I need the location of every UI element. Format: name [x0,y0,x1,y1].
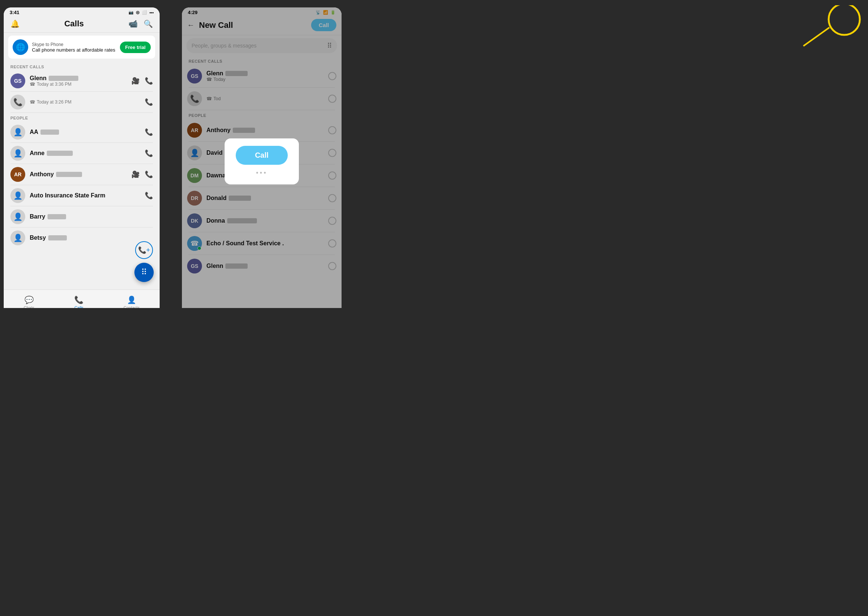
person-auto-insurance[interactable]: 👤 Auto Insurance State Farm 📞 [4,185,160,206]
page-title-left: Calls [64,19,84,28]
calls-header: 🔔 Calls 📹 🔍 [4,16,160,33]
recent-call-unknown[interactable]: 📞 ☎Today at 3:26 PM 📞 [4,92,160,112]
skype-promo-desc: Call phone numbers at affordable rates [32,47,116,53]
call-time-glenn: ☎Today at 3:36 PM [30,82,127,87]
recent-call-glenn[interactable]: GS Glenn ☎Today at 3:36 PM 🎥 📞 [4,71,160,91]
person-aa[interactable]: 👤 AA 📞 [4,122,160,143]
bell-icon[interactable]: 🔔 [10,19,20,28]
skype-globe-icon: 🌐 [13,39,28,55]
avatar-gs: GS [10,74,25,88]
dialpad-fab[interactable]: ⠿ [134,263,154,282]
nav-calls[interactable]: 📞 Calls [67,293,91,308]
nav-contacts[interactable]: 👤 Contacts [116,293,147,308]
phone-anthony[interactable]: 📞 [145,170,153,179]
search-icon[interactable]: 🔍 [144,19,153,28]
chats-label: Chats [24,305,35,308]
skype-promo-banner: 🌐 Skype to Phone Call phone numbers at a… [8,36,155,59]
person-anthony[interactable]: AR Anthony 🎥 📞 [4,164,160,185]
phone-call-icon-2[interactable]: 📞 [145,98,153,106]
person-barry[interactable]: 👤 Barry [4,206,160,227]
video-call-icon[interactable]: 🎥 [131,77,140,85]
auto-insurance-name: Auto Insurance State Farm [30,192,105,198]
blur-name [49,76,78,81]
right-phone: 4:29 📡 📶 🔋 ← New Call Call People, group… [182,8,341,308]
status-bar-left: 3:41 📷 ◎ ⬜ ••• [4,8,160,16]
phone-aa[interactable]: 📞 [145,128,153,136]
phone-auto-insurance[interactable]: 📞 [145,192,153,200]
status-icons-left: 📷 ◎ ⬜ ••• [129,10,154,15]
people-label: PEOPLE [4,113,160,122]
calls-label: Calls [74,305,83,308]
bottom-nav: 💬 Chats 📞 Calls 👤 Contacts [4,289,160,308]
skype-promo-title: Skype to Phone [32,42,116,47]
contacts-icon: 👤 [127,295,136,304]
new-call-fab[interactable]: 📞+ [135,241,153,259]
person-anne[interactable]: 👤 Anne 📞 [4,143,160,163]
call-popup-overlay: Call ••• [182,8,341,308]
phone-call-icon[interactable]: 📞 [145,77,153,85]
avatar-aa: 👤 [10,125,25,140]
time-left: 3:41 [9,9,19,15]
recent-calls-label: RECENT CALLS [4,61,160,71]
left-phone: 3:41 📷 ◎ ⬜ ••• 🔔 Calls 📹 🔍 🌐 Skype to Ph… [4,8,160,308]
avatar-barry: 👤 [10,209,25,224]
avatar-betsy: 👤 [10,231,25,245]
chats-icon: 💬 [25,295,34,304]
calls-icon: 📞 [74,295,83,304]
avatar-anne: 👤 [10,146,25,161]
nav-chats[interactable]: 💬 Chats [16,293,42,308]
video-icon[interactable]: 📹 [129,19,138,28]
popup-dots: ••• [256,169,268,177]
call-popup-card: Call ••• [225,138,299,184]
call-name-glenn: Glenn [30,75,46,82]
avatar-anthony: AR [10,167,25,182]
free-trial-button[interactable]: Free trial [120,42,151,53]
gap [160,0,175,308]
popup-call-button[interactable]: Call [236,146,288,165]
phone-anne[interactable]: 📞 [145,149,153,157]
fab-container: 📞+ ⠿ [134,241,154,282]
avatar-auto-insurance: 👤 [10,188,25,203]
call-time-unknown: ☎Today at 3:26 PM [30,99,140,105]
phone-icon-avatar: 📞 [10,94,25,110]
video-anthony[interactable]: 🎥 [131,170,140,179]
contacts-label: Contacts [124,305,140,308]
